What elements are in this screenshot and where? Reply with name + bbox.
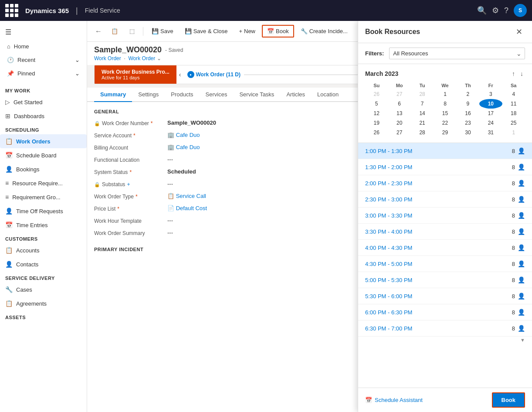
calendar-day[interactable]: 15 [434, 109, 456, 118]
calendar-prev-button[interactable]: ↑ [510, 69, 517, 78]
label-billing-account: Billing Account [94, 144, 164, 151]
calendar-day[interactable]: 9 [457, 99, 479, 109]
calendar-day[interactable]: 28 [411, 89, 434, 99]
calendar-next-button[interactable]: ↓ [518, 69, 525, 78]
time-slot[interactable]: 1:30 PM - 2:00 PM 8 👤 [358, 159, 532, 175]
status-collapse-button[interactable]: ‹ [176, 68, 184, 82]
calendar-day[interactable]: 4 [502, 89, 525, 99]
sidebar-item-pinned[interactable]: 📌 Pinned ⌄ [2, 67, 85, 80]
calendar-day[interactable]: 7 [411, 99, 434, 109]
time-slot[interactable]: 5:00 PM - 5:30 PM 8 👤 [358, 272, 532, 288]
time-slot[interactable]: 3:30 PM - 4:00 PM 8 👤 [358, 224, 532, 240]
calendar-day[interactable]: 29 [434, 128, 456, 137]
sidebar-item-agreements[interactable]: 📋 Agreements [0, 296, 87, 310]
filters-select[interactable]: All Resources [389, 48, 525, 59]
schedule-assistant-button[interactable]: 📅 Schedule Assistant [365, 397, 423, 403]
calendar-day[interactable]: 31 [479, 128, 502, 137]
calendar-day[interactable]: 21 [411, 118, 434, 128]
sidebar-item-time-entries[interactable]: 📅 Time Entries [0, 218, 87, 232]
calendar-day[interactable]: 23 [457, 118, 479, 128]
sidebar-item-home[interactable]: ⌂ Home [2, 40, 85, 53]
calendar-day[interactable]: 25 [502, 118, 525, 128]
calendar-day[interactable]: 27 [388, 89, 410, 99]
time-slot[interactable]: 6:30 PM - 7:00 PM 8 👤 [358, 320, 532, 337]
sidebar-item-time-off-requests[interactable]: 👤 Time Off Requests [0, 204, 87, 218]
calendar-day[interactable]: 6 [388, 99, 410, 109]
book-confirm-button[interactable]: Book [492, 392, 525, 408]
calendar-day[interactable]: 22 [434, 118, 456, 128]
tab-articles[interactable]: Articles [280, 88, 311, 102]
app-grid-menu[interactable] [5, 4, 18, 17]
tab-settings[interactable]: Settings [132, 88, 165, 102]
calendar-day[interactable]: 27 [388, 128, 410, 137]
sidebar-label-home: Home [14, 43, 29, 50]
tab-location[interactable]: Location [311, 88, 345, 102]
sidebar-item-requirement-groups[interactable]: ≡ Requirement Gro... [0, 190, 87, 204]
time-slot[interactable]: 4:00 PM - 4:30 PM 8 👤 [358, 240, 532, 256]
calendar-day[interactable]: 13 [388, 109, 410, 118]
calendar-day[interactable]: 26 [365, 89, 388, 99]
sidebar-item-accounts[interactable]: 📋 Accounts [0, 243, 87, 257]
save-button[interactable]: 💾 Save [147, 25, 178, 37]
section-assets: Assets [0, 310, 87, 322]
help-icon[interactable]: ? [504, 6, 508, 15]
time-slot[interactable]: 1:00 PM - 1:30 PM 8 👤 [358, 143, 532, 159]
calendar-day[interactable]: 1 [434, 89, 456, 99]
calendar-day[interactable]: 10 [479, 99, 502, 109]
calendar-day[interactable]: 20 [388, 118, 410, 128]
book-button[interactable]: 📅 Book [262, 25, 294, 37]
calendar-day[interactable]: 12 [365, 109, 388, 118]
settings-icon[interactable]: ⚙ [492, 6, 499, 15]
sidebar-item-contacts[interactable]: 👤 Contacts [0, 257, 87, 271]
open-button[interactable]: ⬚ [125, 25, 139, 37]
panel-close-button[interactable]: ✕ [513, 26, 525, 37]
time-slot[interactable]: 6:00 PM - 6:30 PM 8 👤 [358, 304, 532, 320]
time-slot[interactable]: 4:30 PM - 5:00 PM 8 👤 [358, 256, 532, 272]
avatar[interactable]: S [514, 4, 527, 17]
calendar-day[interactable]: 30 [457, 128, 479, 137]
new-button[interactable]: + New [234, 25, 260, 37]
sidebar-item-bookings[interactable]: 👤 Bookings [0, 162, 87, 176]
sidebar-hamburger-button[interactable]: ☰ [2, 24, 85, 40]
calendar-day[interactable]: 24 [479, 118, 502, 128]
save-close-button[interactable]: 💾 Save & Close [180, 25, 233, 37]
calendar-day[interactable]: 1 [502, 128, 525, 137]
calendar-day[interactable]: 14 [411, 109, 434, 118]
calendar-day[interactable]: 16 [457, 109, 479, 118]
sidebar-item-schedule-board[interactable]: 📅 Schedule Board [0, 148, 87, 162]
time-slot-time: 5:30 PM - 6:00 PM [365, 293, 512, 300]
tab-services[interactable]: Services [200, 88, 234, 102]
search-icon[interactable]: 🔍 [477, 6, 487, 15]
sidebar-item-recent[interactable]: 🕐 Recent ⌄ [2, 53, 85, 67]
tab-service-tasks[interactable]: Service Tasks [233, 88, 280, 102]
time-slot[interactable]: 5:30 PM - 6:00 PM 8 👤 [358, 288, 532, 304]
calendar-day[interactable]: 26 [365, 128, 388, 137]
tab-summary[interactable]: Summary [94, 88, 132, 102]
person-icon: 👤 [518, 228, 525, 235]
sidebar-item-get-started[interactable]: ▷ Get Started [0, 95, 87, 109]
time-slot[interactable]: 3:00 PM - 3:30 PM 8 👤 [358, 208, 532, 224]
top-nav-right: 🔍 ⚙ ? S [477, 4, 527, 17]
breadcrumb-chevron[interactable]: ⌄ [157, 55, 161, 61]
calendar-day[interactable]: 8 [434, 99, 456, 109]
sidebar-item-cases[interactable]: 🔧 Cases [0, 283, 87, 296]
time-slot[interactable]: 2:00 PM - 2:30 PM 8 👤 [358, 175, 532, 191]
calendar-day[interactable]: 19 [365, 118, 388, 128]
breadcrumb-link-2[interactable]: Work Order [128, 55, 155, 61]
calendar-day[interactable]: 17 [479, 109, 502, 118]
calendar-day[interactable]: 5 [365, 99, 388, 109]
calendar-day[interactable]: 2 [457, 89, 479, 99]
calendar-day[interactable]: 3 [479, 89, 502, 99]
breadcrumb-link[interactable]: Work Order [94, 55, 121, 61]
calendar-day[interactable]: 18 [502, 109, 525, 118]
tab-products[interactable]: Products [165, 88, 199, 102]
create-incident-button[interactable]: 🔧 Create Incide... [296, 25, 352, 37]
sidebar-item-dashboards[interactable]: ⊞ Dashboards [0, 109, 87, 123]
back-button[interactable]: ← [92, 26, 105, 37]
calendar-day[interactable]: 28 [411, 128, 434, 137]
form-view-button[interactable]: 📋 [106, 25, 123, 37]
calendar-day[interactable]: 11 [502, 99, 525, 109]
time-slot[interactable]: 2:30 PM - 3:00 PM 8 👤 [358, 191, 532, 208]
sidebar-item-resource-requirements[interactable]: ≡ Resource Require... [0, 176, 87, 190]
sidebar-item-work-orders[interactable]: 📋 Work Orders [0, 134, 87, 148]
